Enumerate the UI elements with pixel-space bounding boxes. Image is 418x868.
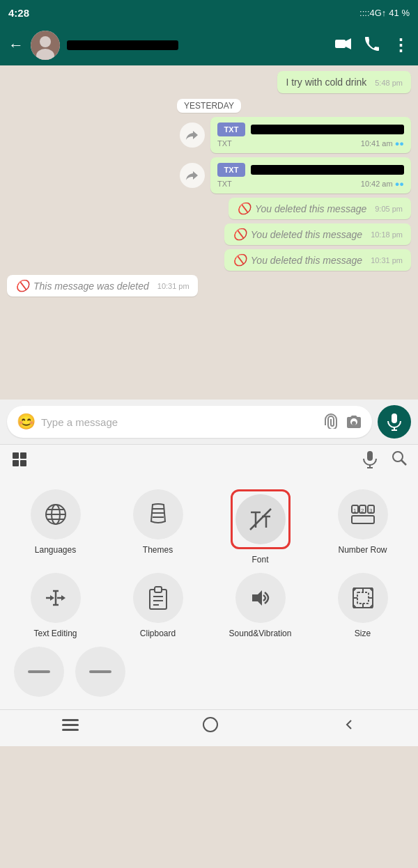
svg-rect-10 — [20, 452, 26, 459]
menu-button[interactable]: ⋮ — [392, 35, 410, 55]
forward-icon[interactable] — [180, 123, 205, 148]
message-placeholder[interactable]: Type a message — [41, 416, 318, 428]
nav-back-icon[interactable] — [342, 718, 356, 736]
languages-icon-circle — [31, 489, 81, 539]
settings-item-themes[interactable]: Themes — [109, 489, 206, 565]
partial-icon-1 — [14, 647, 64, 697]
font-highlight-box — [231, 489, 291, 549]
message-input-field[interactable]: 😊 Type a message — [7, 406, 372, 438]
message-time: 9:05 pm — [375, 205, 403, 213]
contact-name-bar — [67, 40, 178, 50]
contact-avatar[interactable] — [31, 31, 60, 60]
nav-home-icon[interactable] — [203, 717, 218, 736]
svg-text:2: 2 — [361, 507, 364, 514]
size-icon-circle — [338, 573, 388, 623]
message-row: 🚫 You deleted this message 9:05 pm — [7, 198, 411, 219]
mic-button[interactable] — [378, 405, 411, 439]
message-row: I try with cold drink 5:48 pm — [7, 71, 411, 93]
svg-rect-58 — [89, 670, 111, 673]
sound-vibration-label: Sound&Vibration — [229, 629, 292, 638]
clipboard-icon-circle — [133, 573, 183, 623]
size-label: Size — [355, 629, 371, 638]
font-icon-circle — [235, 494, 286, 544]
deleted-message-bubble: 🚫 You deleted this message 9:05 pm — [229, 198, 411, 219]
message-time: 10:18 pm — [371, 230, 403, 239]
file-ext: TXT — [217, 180, 232, 188]
battery-icon: 41 % — [389, 8, 410, 18]
settings-item-clipboard[interactable]: Clipboard — [109, 573, 206, 638]
status-bar: 4:28 ::::4G↑ 41 % — [0, 0, 418, 25]
partial-item-1[interactable] — [14, 647, 64, 697]
svg-rect-11 — [13, 460, 19, 466]
svg-rect-60 — [62, 724, 79, 726]
attach-icon[interactable] — [323, 413, 339, 431]
svg-rect-59 — [62, 719, 79, 721]
message-time: 10:31 pm — [157, 282, 189, 290]
settings-item-number-row[interactable]: 1 2 3 Number Row — [314, 489, 411, 565]
clipboard-label: Clipboard — [140, 629, 176, 638]
deleted-icon: 🚫 — [233, 228, 247, 241]
svg-rect-13 — [367, 451, 373, 461]
file-ext: TXT — [217, 139, 232, 148]
message-row: TXT TXT 10:41 am ●● — [7, 117, 411, 153]
call-button[interactable] — [364, 36, 380, 55]
message-time: 10:31 pm — [371, 256, 403, 265]
svg-rect-52 — [357, 592, 369, 603]
number-row-icon-circle: 1 2 3 — [338, 489, 388, 539]
svg-marker-4 — [346, 38, 351, 49]
signal-icon: ::::4G↑ — [359, 8, 386, 18]
settings-item-font[interactable]: Font — [212, 489, 309, 565]
svg-rect-6 — [392, 413, 397, 423]
deleted-icon: 🚫 — [237, 202, 251, 215]
emoji-icon[interactable]: 😊 — [17, 413, 36, 431]
svg-rect-57 — [28, 670, 50, 673]
video-call-button[interactable] — [335, 38, 352, 54]
nav-menu-icon[interactable] — [62, 718, 79, 736]
toolbar-search-icon[interactable] — [392, 450, 407, 473]
languages-label: Languages — [35, 545, 76, 555]
grid-icon[interactable] — [11, 451, 28, 472]
file-name — [251, 165, 404, 175]
settings-item-sound-vibration[interactable]: Sound&Vibration — [212, 573, 309, 638]
svg-text:1: 1 — [353, 507, 357, 514]
back-button[interactable]: ← — [8, 36, 24, 54]
file-name — [251, 125, 404, 134]
settings-grid: Languages Themes — [7, 489, 411, 638]
input-icons — [323, 413, 362, 431]
partial-item-2[interactable] — [75, 647, 125, 697]
settings-item-languages[interactable]: Languages — [7, 489, 104, 565]
svg-point-62 — [203, 718, 217, 732]
deleted-received-bubble: 🚫 This message was deleted 10:31 pm — [7, 275, 198, 297]
keyboard-toolbar — [0, 444, 418, 478]
svg-rect-12 — [20, 460, 26, 466]
deleted-icon: 🚫 — [233, 253, 247, 267]
camera-icon[interactable] — [346, 414, 362, 430]
settings-item-text-editing[interactable]: Text Editing — [7, 573, 104, 638]
message-time: 10:42 am ●● — [361, 180, 404, 188]
svg-rect-3 — [335, 40, 346, 48]
message-row: 🚫 You deleted this message 10:31 pm — [7, 249, 411, 271]
header-actions: ⋮ — [335, 35, 410, 55]
status-time: 4:28 — [8, 7, 29, 19]
input-bar: 😊 Type a message — [0, 400, 418, 444]
svg-rect-61 — [62, 729, 79, 731]
svg-text:3: 3 — [369, 507, 373, 514]
chat-header: ← ⋮ — [0, 25, 418, 65]
status-icons: ::::4G↑ 41 % — [359, 8, 410, 18]
themes-icon-circle — [133, 489, 183, 539]
contact-info — [67, 40, 328, 50]
keyboard-settings: Languages Themes — [0, 478, 418, 709]
svg-point-16 — [393, 452, 403, 461]
settings-item-size[interactable]: Size — [314, 573, 411, 638]
sound-vibration-icon-circle — [235, 573, 286, 623]
toolbar-mic-icon[interactable] — [362, 450, 378, 473]
message-row: 🚫 You deleted this message 10:18 pm — [7, 223, 411, 245]
message-row: TXT TXT 10:42 am ●● — [7, 157, 411, 194]
deleted-text: You deleted this message — [251, 229, 362, 240]
svg-line-17 — [401, 460, 406, 465]
forward-icon[interactable] — [180, 163, 205, 188]
svg-point-5 — [352, 421, 356, 425]
date-divider: YESTERDAY — [7, 99, 411, 111]
deleted-message-bubble: 🚫 You deleted this message 10:18 pm — [224, 223, 411, 245]
chat-bubble: I try with cold drink 5:48 pm — [277, 71, 411, 93]
